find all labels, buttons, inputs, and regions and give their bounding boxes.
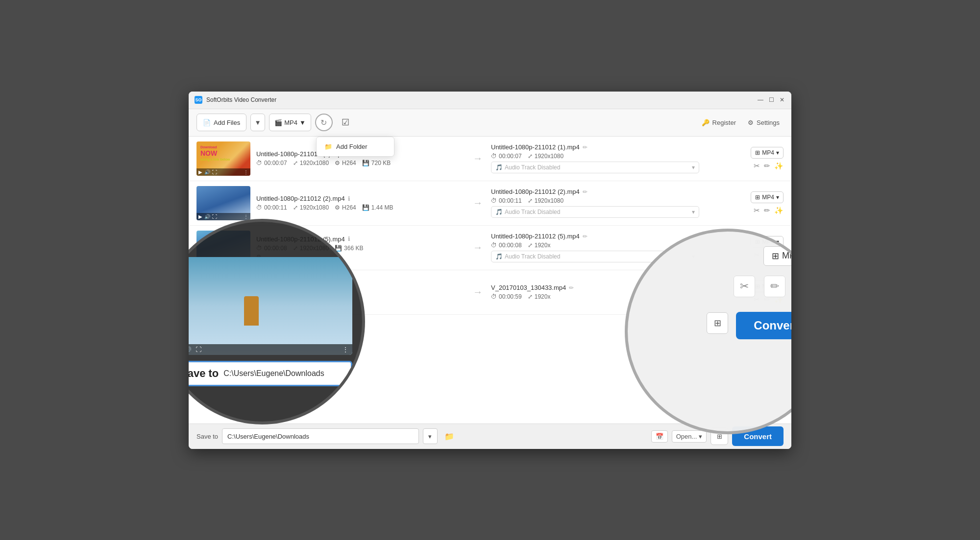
output-format-label: MP4: [762, 149, 774, 156]
open-label: Open...: [676, 433, 697, 440]
register-label: Register: [712, 119, 736, 126]
check-button[interactable]: ☑: [337, 114, 354, 131]
edit-icon[interactable]: ✏: [583, 144, 588, 151]
refresh-button[interactable]: ↻: [315, 114, 333, 131]
size-icon: 💾: [362, 204, 369, 211]
save-path-value: C:\Users\Eugene\Downloads: [227, 433, 309, 440]
add-folder-item[interactable]: 📁 Add Folder: [317, 139, 394, 154]
close-button[interactable]: ✕: [779, 96, 785, 103]
output-resolution: ⤢ 1920x: [528, 293, 551, 300]
save-path-input[interactable]: C:\Users\Eugene\Downloads: [222, 428, 419, 444]
audio-track-dropdown[interactable]: 🎵 Audio Track Disabled ▾: [491, 206, 699, 218]
volume-icon[interactable]: 🔊: [189, 346, 192, 353]
zoom-format-badge[interactable]: ⊞ MP4 ▾: [763, 246, 791, 266]
magic-icon[interactable]: ✨: [774, 162, 784, 170]
output-format-label: MP4: [762, 194, 774, 201]
output-resolution: ⤢ 1920x1080: [528, 153, 564, 160]
titlebar: SO SoftOrbits Video Converter — ☐ ✕: [189, 92, 791, 109]
volume-icon[interactable]: 🔊: [204, 169, 210, 175]
fullscreen-icon[interactable]: ⛶: [196, 346, 201, 353]
register-button[interactable]: 🔑 Register: [698, 117, 740, 128]
fullscreen-icon[interactable]: ⛶: [212, 169, 217, 175]
info-icon[interactable]: ℹ: [348, 235, 350, 242]
cut-icon[interactable]: ✂: [754, 206, 760, 215]
clock-icon: ⏱: [491, 242, 497, 249]
save-path-dropdown-button[interactable]: ▾: [423, 428, 438, 444]
file-duration: ⏱ 00:00:07: [256, 160, 287, 166]
open-button[interactable]: Open... ▾: [672, 430, 707, 443]
open-chevron-icon: ▾: [699, 433, 702, 440]
zoom-format-grid-icon: ⊞: [772, 251, 779, 261]
arrow: →: [470, 231, 485, 265]
add-files-icon: 📄: [203, 119, 211, 126]
edit-file-icon[interactable]: ✏: [764, 162, 770, 170]
video-figure: [244, 296, 259, 326]
play-icon[interactable]: ▶: [198, 214, 202, 219]
edit-file-icon[interactable]: ✏: [764, 206, 770, 215]
resolution-icon: ⤢: [293, 204, 298, 211]
save-to-label-zoom: Save to: [189, 367, 219, 380]
file-name: Untitled-1080p-211012 (2).mp4: [256, 195, 345, 202]
codec-icon: ⚙: [335, 204, 340, 211]
zoom-convert-button[interactable]: Convert: [736, 312, 791, 339]
zoom-cut-icon[interactable]: ✂: [734, 276, 755, 297]
more-icon[interactable]: ⋮: [244, 214, 248, 219]
edit-icon[interactable]: ✏: [583, 233, 588, 240]
add-files-dropdown-button[interactable]: ▼: [250, 114, 265, 131]
convert-label: Convert: [744, 432, 772, 441]
play-icon[interactable]: ▶: [198, 169, 202, 175]
minimize-button[interactable]: —: [757, 96, 764, 103]
thumbnail: Download NOW using a link below ▶ 🔊 ⛶ ⋮: [196, 141, 250, 176]
output-duration: ⏱ 00:00:07: [491, 153, 522, 160]
resolution-icon: ⤢: [293, 160, 298, 166]
resolution-icon: ⤢: [528, 293, 533, 300]
output-duration: ⏱ 00:00:08: [491, 242, 522, 249]
codec-icon: ⚙: [335, 160, 340, 166]
audio-chevron-icon: ▾: [692, 164, 695, 171]
edit-icon[interactable]: ✏: [583, 188, 588, 195]
add-files-button[interactable]: 📄 Add Files: [196, 114, 246, 131]
more-icon[interactable]: ⋮: [244, 169, 248, 175]
thumb-controls: ▶ 🔊 ⛶ ⋮: [196, 168, 250, 176]
zoom-edit-icon[interactable]: ✏: [764, 276, 785, 297]
file-codec: ⚙ H264: [335, 204, 356, 211]
output-actions: ⊞ MP4 ▾ ✂ ✏ ✨: [705, 186, 784, 220]
zoom-convert-label: Convert: [754, 319, 791, 332]
output-resolution: ⤢ 1920x1080: [528, 197, 564, 204]
volume-icon[interactable]: 🔊: [204, 214, 210, 219]
output-format-badge[interactable]: ⊞ MP4 ▾: [751, 147, 784, 159]
file-duration: ⏱ 00:00:11: [256, 204, 287, 211]
folder-icon: 📁: [324, 143, 332, 150]
arrow: →: [470, 275, 485, 309]
cut-icon[interactable]: ✂: [754, 162, 760, 170]
info-icon[interactable]: ℹ: [348, 195, 350, 202]
magic-icon[interactable]: ✨: [774, 206, 784, 215]
calendar-icon-area[interactable]: 📅: [651, 430, 668, 443]
settings-label: Settings: [757, 119, 780, 126]
file-size: 💾 366 KB: [335, 245, 363, 252]
format-button[interactable]: 🎬 MP4 ▼: [269, 114, 311, 131]
maximize-button[interactable]: ☐: [768, 96, 775, 103]
output-info: Untitled-1080p-211012 (1).mp4 ✏ ⏱ 00:00:…: [491, 141, 699, 176]
audio-icon: 🎵: [495, 253, 503, 260]
output-format-badge[interactable]: ⊞ MP4 ▾: [751, 191, 784, 203]
thumb-controls: ▶ 🔊 ⛶ ⋮: [196, 213, 250, 220]
thumb-text1: Download: [200, 145, 230, 149]
window-title: SoftOrbits Video Converter: [206, 96, 757, 103]
audio-track-dropdown[interactable]: 🎵 Audio Track Disabled ▾: [491, 162, 699, 173]
format-grid-icon: ⊞: [755, 149, 760, 156]
zoom-grid-button[interactable]: ⊞: [707, 312, 728, 334]
browse-folder-button[interactable]: 📁: [441, 428, 457, 444]
output-info: Untitled-1080p-211012 (2).mp4 ✏ ⏱ 00:00:…: [491, 186, 699, 220]
settings-button[interactable]: ⚙ Settings: [744, 117, 784, 128]
more-icon[interactable]: ⋮: [343, 346, 348, 353]
video-background: [189, 257, 352, 355]
clock-icon: ⏱: [256, 204, 262, 211]
file-size: 💾 720 KB: [362, 160, 391, 166]
fullscreen-icon[interactable]: ⛶: [212, 214, 217, 219]
add-folder-dropdown: 📁 Add Folder: [316, 137, 394, 157]
arrow: →: [470, 186, 485, 220]
output-name: Untitled-1080p-211012 (2).mp4: [491, 188, 580, 195]
audio-track-label: Audio Track Disabled: [505, 164, 560, 171]
edit-icon[interactable]: ✏: [569, 284, 574, 291]
